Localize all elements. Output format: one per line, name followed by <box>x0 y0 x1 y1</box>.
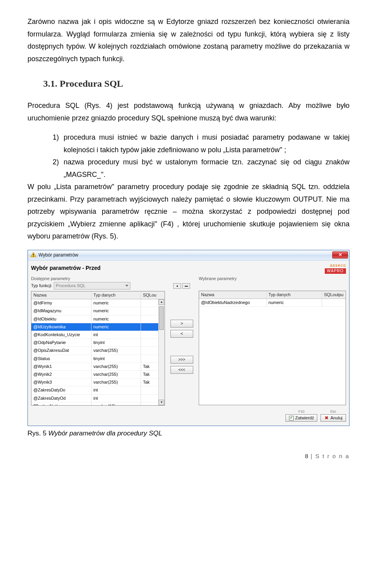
cell-datatype: int <box>92 331 141 339</box>
list-item: 2)nazwa procedury musi być w ustalonym f… <box>53 156 350 181</box>
table-row[interactable]: @KodKontekstu_Uzycieint <box>31 331 165 339</box>
add-all-button[interactable]: >>> <box>170 356 193 364</box>
dialog-footer: F10 ✔ Zatwierdź Esc ✖ Anuluj <box>31 410 346 422</box>
cell-datatype: varchar(255) <box>92 363 141 370</box>
table-row[interactable]: @Wynik2varchar(255)Tak <box>31 371 165 379</box>
svg-rect-2 <box>33 256 34 257</box>
cell-datatype: varchar(255) <box>92 371 141 378</box>
cell-datatype: varchar(10) <box>92 402 141 406</box>
col-datatype[interactable]: Typ danych <box>267 291 322 299</box>
cell-name: @Wynik2 <box>31 371 92 378</box>
pane-label: Dostępne parametry <box>31 276 165 281</box>
dialog-title: Wybór parametrów <box>38 252 78 258</box>
cell-name: @KodKontekstu_Uzycie <box>31 331 92 339</box>
type-select[interactable]: Procedura SQL <box>54 282 130 289</box>
table-row[interactable]: @IdObiektunumeric <box>31 315 165 323</box>
col-output[interactable]: SQLoutpu <box>322 291 346 299</box>
cell-name: @IdFirmy <box>31 299 92 307</box>
transfer-controls: ▲ ▬ > < >>> <<< <box>168 276 196 406</box>
list-item: 1)procedura musi istnieć w bazie danych … <box>53 131 350 156</box>
cell-name: @IdObiektuNadrzednego <box>199 299 267 306</box>
check-icon: ✔ <box>289 416 294 421</box>
cell-datatype: int <box>92 395 141 402</box>
hotkey-label: F10 <box>298 410 305 414</box>
scroll-down-icon[interactable]: ▼ <box>159 400 164 405</box>
col-output[interactable]: SQLou <box>141 291 165 299</box>
col-name[interactable]: Nazwa <box>199 291 267 299</box>
cell-name: @Wynik3 <box>31 379 92 386</box>
scroll-up-icon[interactable]: ▲ <box>159 299 164 305</box>
cell-datatype: numeric <box>267 299 322 306</box>
cell-datatype: numeric <box>92 315 141 323</box>
table-row[interactable]: @IdUzytkownikanumeric <box>31 323 165 331</box>
hotkey-label: Esc <box>330 410 336 414</box>
section-intro: Procedura SQL (Rys. 4) jest podstawową f… <box>27 100 350 124</box>
cell-name: @ZakresDatyDo <box>31 386 92 394</box>
table-row[interactable]: @ZakresDatyDoint <box>31 386 165 394</box>
remove-all-button[interactable]: <<< <box>170 366 193 374</box>
table-row[interactable]: @ZakresDatyOdint <box>31 395 165 402</box>
app-icon <box>30 252 37 258</box>
dialog-titlebar[interactable]: Wybór parametrów ✕ <box>28 250 349 260</box>
section-heading: 3.1. Procedura SQL <box>43 75 350 92</box>
cancel-button[interactable]: ✖ Anuluj <box>320 414 346 422</box>
table-row[interactable]: @Wynik3varchar(255)Tak <box>31 379 165 386</box>
cell-name: @Status <box>31 355 92 362</box>
parameter-selection-dialog: Wybór parametrów ✕ Wybór parametrów - Pr… <box>27 250 350 426</box>
cell-name: @ZakresDatyOd <box>31 395 92 402</box>
table-row[interactable]: @IdMagazynunumeric <box>31 307 165 315</box>
cell-datatype: int <box>92 386 141 394</box>
selected-table: Nazwa Typ danych SQLoutpu @IdObiektuNadr… <box>199 291 346 405</box>
table-row[interactable]: $Brutto_Nettovarchar(10) <box>31 402 165 406</box>
cancel-icon: ✖ <box>324 416 329 421</box>
cell-output <box>322 299 346 306</box>
cell-datatype: varchar(255) <box>92 379 141 386</box>
figure-caption: Rys. 5 Wybór parametrów dla procedury SQ… <box>27 428 350 439</box>
type-label: Typ funkcji <box>31 283 51 288</box>
cell-datatype: varchar(255) <box>92 347 141 354</box>
table-row[interactable]: @IdObiektuNadrzednegonumeric <box>199 299 346 307</box>
confirm-button[interactable]: ✔ Zatwierdź <box>285 414 318 422</box>
close-button[interactable]: ✕ <box>332 251 348 259</box>
cell-name: @OdpNaPytanie <box>31 339 92 346</box>
table-row[interactable]: @Wynik1varchar(255)Tak <box>31 363 165 371</box>
intro-paragraph: Zarówno nazwa jak i opis widoczne są w E… <box>27 16 350 65</box>
col-datatype[interactable]: Typ danych <box>92 291 141 299</box>
add-button[interactable]: > <box>170 320 193 328</box>
remove-button[interactable]: < <box>170 330 193 338</box>
col-name[interactable]: Nazwa <box>31 291 92 299</box>
available-params-pane: Dostępne parametry Typ funkcji Procedura… <box>31 276 165 406</box>
table-row[interactable]: @Statustinyint <box>31 355 165 363</box>
table-row[interactable]: @OdpNaPytanietinyint <box>31 339 165 347</box>
cell-datatype: tinyint <box>92 355 141 362</box>
cell-datatype: numeric <box>92 299 141 307</box>
scrollbar[interactable]: ▲ ▼ <box>158 299 165 405</box>
dialog-heading: Wybór parametrów - Przed <box>31 265 101 271</box>
pane-label: Wybrane parametry <box>199 276 346 281</box>
cell-name: @IdObiektu <box>31 315 92 323</box>
table-row[interactable]: @IdFirmynumeric <box>31 299 165 307</box>
cell-name: @OpisZakresuDat <box>31 347 92 354</box>
cell-datatype: numeric <box>92 323 141 331</box>
move-up-icon[interactable]: ▲ <box>173 283 181 289</box>
section-body: W polu „Lista parametrów" parametry proc… <box>27 181 350 243</box>
cell-name: @Wynik1 <box>31 363 92 370</box>
cell-name: @IdMagazynu <box>31 307 92 315</box>
ordered-list: 1)procedura musi istnieć w bazie danych … <box>53 131 350 181</box>
cell-datatype: numeric <box>92 307 141 315</box>
close-icon: ✕ <box>339 252 342 257</box>
available-table: Nazwa Typ danych SQLou @IdFirmynumeric@I… <box>31 291 165 406</box>
cell-datatype: tinyint <box>92 339 141 346</box>
selected-params-pane: Wybrane parametry Nazwa Typ danych SQLou… <box>199 276 346 406</box>
vendor-logo: asseco WAPRO <box>325 263 346 274</box>
table-row[interactable]: @OpisZakresuDatvarchar(255) <box>31 347 165 355</box>
svg-rect-1 <box>33 254 34 255</box>
cell-name: $Brutto_Netto <box>31 402 92 406</box>
scroll-thumb[interactable] <box>159 306 164 330</box>
page-footer: 8 | S t r o n a <box>27 451 350 461</box>
move-down-icon[interactable]: ▬ <box>182 283 190 289</box>
cell-name: @IdUzytkownika <box>31 323 92 331</box>
